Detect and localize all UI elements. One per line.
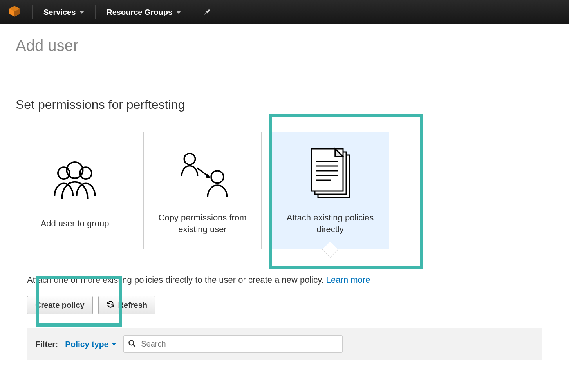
page-title: Add user — [16, 37, 553, 54]
filter-policy-type-label: Policy type — [65, 340, 108, 349]
chevron-down-icon — [176, 11, 181, 14]
nav-services[interactable]: Services — [43, 8, 84, 17]
page-body: Add user Set permissions for perftesting… — [0, 24, 569, 389]
top-nav: Services Resource Groups — [0, 0, 569, 24]
nav-services-label: Services — [43, 8, 76, 17]
filter-label: Filter: — [35, 340, 58, 349]
filter-bar: Filter: Policy type — [27, 328, 542, 360]
learn-more-link[interactable]: Learn more — [326, 275, 370, 285]
nav-divider — [192, 5, 192, 19]
search-input[interactable] — [123, 335, 343, 353]
attach-policies-panel: Attach one or more existing policies dir… — [16, 264, 553, 376]
nav-divider — [32, 5, 33, 19]
copy-user-icon — [173, 146, 232, 201]
chevron-down-icon — [112, 343, 116, 346]
create-policy-button[interactable]: Create policy — [27, 296, 93, 314]
card-copy-permissions-label: Copy permissions from existing user — [144, 212, 261, 235]
attach-description-text: Attach one or more existing policies dir… — [27, 275, 326, 285]
policy-document-icon — [301, 146, 359, 201]
nav-resource-groups-label: Resource Groups — [107, 8, 172, 17]
svg-line-20 — [133, 344, 135, 347]
svg-point-19 — [129, 340, 134, 345]
svg-point-6 — [184, 154, 195, 164]
refresh-label: Refresh — [118, 301, 147, 310]
search-wrapper — [123, 335, 343, 353]
search-icon — [128, 340, 136, 349]
card-attach-policies[interactable]: Attach existing policies directly — [271, 132, 389, 249]
card-add-to-group[interactable]: Add user to group — [16, 132, 134, 249]
button-row: Create policy Refresh — [27, 296, 542, 314]
chevron-down-icon — [79, 11, 84, 14]
nav-resource-groups[interactable]: Resource Groups — [107, 8, 181, 17]
refresh-icon — [107, 300, 114, 310]
filter-policy-type-dropdown[interactable]: Policy type — [65, 340, 116, 349]
nav-divider — [95, 5, 96, 19]
create-policy-label: Create policy — [35, 301, 85, 310]
card-attach-policies-label: Attach existing policies directly — [271, 212, 389, 235]
card-copy-permissions[interactable]: Copy permissions from existing user — [143, 132, 262, 249]
card-add-to-group-label: Add user to group — [34, 218, 116, 229]
users-group-icon — [45, 152, 104, 207]
refresh-button[interactable]: Refresh — [98, 296, 155, 314]
section-title: Set permissions for perftesting — [16, 98, 553, 116]
svg-point-7 — [211, 171, 224, 183]
attach-description: Attach one or more existing policies dir… — [27, 275, 542, 285]
permission-option-cards: Add user to group Copy permissions from … — [16, 132, 553, 249]
pin-icon[interactable] — [203, 7, 212, 17]
aws-logo-icon[interactable] — [8, 5, 21, 20]
